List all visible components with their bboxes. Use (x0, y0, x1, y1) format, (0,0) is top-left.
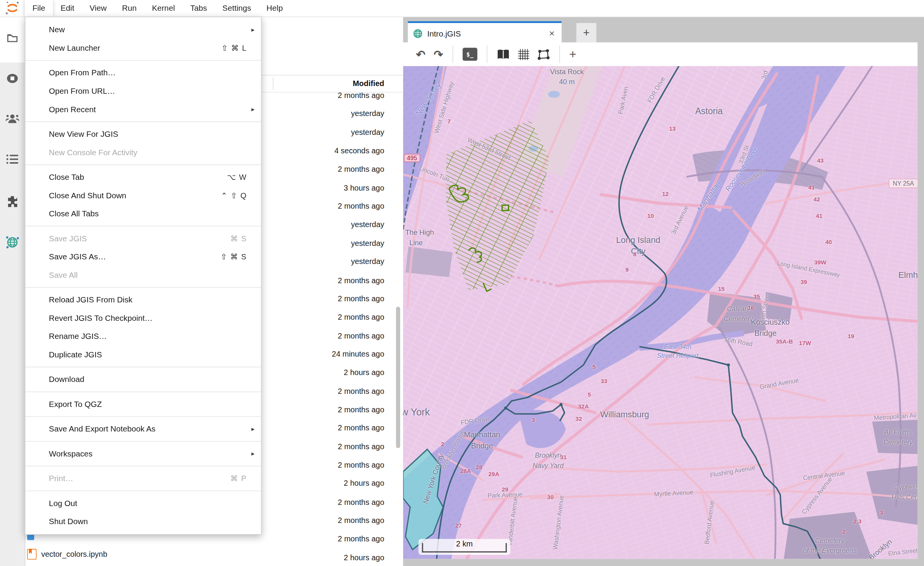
file-menu-item-new-console-for-activity: New Console For Activity (25, 143, 261, 162)
menu-edit[interactable]: Edit (53, 0, 82, 17)
menu-shortcut: ⌘ P (230, 474, 247, 483)
file-menu-item-new-view-for-jgis[interactable]: New View For JGIS (25, 125, 261, 143)
sidebar-item-toc[interactable] (0, 154, 25, 165)
new-tab-button[interactable]: + (576, 23, 596, 43)
menu-divider (25, 388, 261, 395)
sidebar-item-extensions[interactable] (0, 194, 25, 207)
map-label-7: 7 (447, 118, 451, 125)
add-layer-icon[interactable]: + (569, 47, 576, 61)
menu-settings[interactable]: Settings (215, 0, 259, 17)
toolbar-separator (559, 45, 560, 63)
submenu-arrow-icon: ▸ (251, 106, 254, 113)
menu-kernel[interactable]: Kernel (144, 0, 183, 17)
map-label-the-high: The High (405, 228, 434, 236)
console-icon[interactable]: $_ (462, 48, 477, 61)
menu-view[interactable]: View (82, 0, 114, 17)
menu-help[interactable]: Help (259, 0, 291, 17)
folder-icon (6, 32, 19, 45)
puzzle-icon (6, 194, 19, 207)
jgis-globe-icon (5, 235, 20, 249)
menu-shortcut: ⇧ ⌘ L (221, 44, 247, 53)
map-canvas[interactable]: AstoriaLong IslandCityWilliamsburgw York… (403, 66, 918, 559)
map-label-navy-yard: Navy Yard (533, 462, 564, 469)
file-menu-item-close-tab[interactable]: Close Tab⌥ W (25, 168, 261, 186)
file-menu-item-save-jgis: Save JGIS⌘ S (25, 229, 261, 248)
file-menu-item-download[interactable]: Download (25, 370, 261, 389)
map-label-39w: 39W (814, 259, 826, 266)
file-menu-item-revert-jgis-to-checkpoint[interactable]: Revert JGIS To Checkpoint… (25, 309, 261, 327)
file-menu-item-new-launcher[interactable]: New Launcher⇧ ⌘ L (25, 39, 261, 57)
map-label-17w: 17W (799, 340, 811, 347)
menu-shortcut: ⇧ ⌘ S (220, 252, 247, 261)
scale-bar: 2 km (418, 539, 510, 555)
file-menu-item-open-from-path[interactable]: Open From Path… (25, 64, 261, 82)
menu-divider (25, 413, 261, 420)
sidebar-item-jgis[interactable] (0, 235, 25, 249)
identify-book-icon[interactable] (497, 49, 510, 59)
file-menu-item-open-from-url[interactable]: Open From URL… (25, 82, 261, 100)
map-label-2: 2 (441, 441, 444, 447)
map-label-3: 3 (532, 417, 535, 423)
polygon-select-icon[interactable] (537, 49, 550, 60)
sidebar-item-running[interactable] (0, 72, 25, 85)
file-name[interactable]: vector_colors.ipynb (41, 549, 107, 558)
map-label-kosciuszko: Kosciuszko (751, 317, 790, 326)
undo-icon[interactable]: ↶ (416, 48, 425, 61)
submenu-arrow-icon: ▸ (251, 450, 254, 458)
file-menu-item-close-all-tabs[interactable]: Close All Tabs (25, 204, 261, 223)
map-label-28a: 28A (460, 468, 471, 475)
map-label-9: 9 (625, 266, 629, 273)
sidebar-item-filebrowser[interactable] (0, 32, 25, 45)
menu-divider (25, 463, 261, 470)
file-menu-item-save-jgis-as[interactable]: Save JGIS As…⇧ ⌘ S (25, 247, 261, 266)
tab-intro-jgis[interactable]: Intro.jGIS × (408, 21, 562, 44)
sidebar-item-collaboration[interactable] (0, 113, 25, 124)
list-icon (6, 154, 19, 165)
jupyter-logo (0, 0, 25, 17)
file-menu-item-workspaces[interactable]: Workspaces▸ (25, 445, 261, 463)
map-label-31: 31 (560, 454, 566, 460)
file-menu-item-shut-down[interactable]: Shut Down (25, 512, 261, 531)
menu-divider (25, 223, 261, 229)
map-label-40-m: 40 m (559, 78, 575, 86)
tab-title: Intro.jGIS (427, 29, 461, 38)
file-menu-item-new[interactable]: New▸ (25, 21, 261, 39)
toolbar-separator (452, 45, 453, 63)
map-label-29: 29 (502, 486, 508, 493)
file-menu-item-close-and-shut-down[interactable]: Close And Shut Down⌃ ⇧ Q (25, 186, 261, 205)
column-divider (273, 77, 273, 90)
file-row-vector-colors[interactable]: vector_colors.ipynb (25, 545, 403, 563)
file-menu-item-save-and-export-notebook-as[interactable]: Save And Export Notebook As▸ (25, 420, 261, 438)
menu-tabs[interactable]: Tabs (182, 0, 215, 17)
stop-circle-icon (6, 72, 19, 85)
grid-icon[interactable] (518, 49, 529, 60)
submenu-arrow-icon: ▸ (251, 26, 254, 34)
map-label-5: 5 (588, 391, 591, 398)
file-list-scrollbar[interactable] (396, 307, 400, 448)
map-label-35a-b: 35A-B (776, 338, 793, 345)
menu-file[interactable]: File (25, 0, 53, 17)
menu-shortcut: ⌘ S (230, 234, 247, 243)
menu-bar-items: FileEditViewRunKernelTabsSettingsHelp (25, 0, 290, 17)
map-label-43: 43 (817, 157, 823, 164)
notebook-icon (27, 549, 37, 559)
tab-close-icon[interactable]: × (549, 29, 555, 38)
file-menu-item-open-recent[interactable]: Open Recent▸ (25, 100, 261, 119)
menu-divider (25, 488, 261, 494)
map-label-32: 32 (575, 415, 582, 422)
map-label-east-34th: East 34th (664, 343, 691, 350)
file-menu-item-rename-jgis[interactable]: Rename JGIS… (25, 327, 261, 346)
modified-column-header[interactable]: Modified (353, 75, 384, 92)
redo-icon[interactable]: ↷ (434, 48, 443, 61)
file-menu-item-export-to-qgz[interactable]: Export To QGZ (25, 395, 261, 413)
map-label-brooklyn: Brooklyn (535, 451, 561, 458)
map-label-long-island: Long Island (616, 235, 660, 245)
jgis-file-icon (413, 29, 423, 38)
menu-run[interactable]: Run (114, 0, 144, 17)
file-menu-item-duplicate-jgis[interactable]: Duplicate JGIS (25, 345, 261, 364)
map-label-28: 28 (476, 464, 482, 470)
file-menu-item-reload-jgis-from-disk[interactable]: Reload JGIS From Disk (25, 291, 261, 309)
menu-divider (25, 57, 261, 64)
toolbar-separator (487, 45, 487, 63)
file-menu-item-log-out[interactable]: Log Out (25, 494, 261, 513)
